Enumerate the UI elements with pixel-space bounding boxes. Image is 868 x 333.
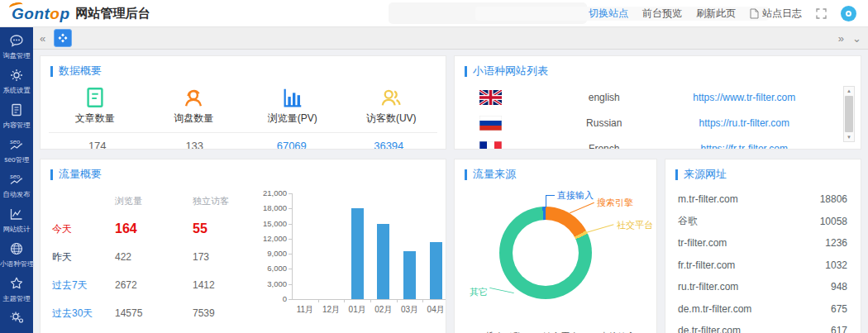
sidebar-item-system-settings[interactable]: 系统设置 (0, 68, 33, 96)
x-axis-tick (370, 299, 371, 302)
x-axis-tick (344, 299, 345, 302)
column-header-uv: 独立访客 (193, 187, 259, 215)
bar-02月 (377, 224, 389, 299)
y-axis-label: 3,000 (259, 279, 287, 288)
site-url-link[interactable]: https://www.tr-filter.com (656, 92, 832, 103)
stat-visitors: 访客数(UV) (342, 83, 441, 126)
bar-04月 (430, 242, 442, 299)
scrollbar[interactable]: ▲ ▼ (843, 86, 855, 142)
france-flag-icon (479, 141, 502, 150)
y-axis-tick (289, 254, 292, 255)
stat-value-articles: 174 (49, 140, 146, 150)
traffic-row-7days-link[interactable]: 过去7天 (52, 271, 115, 299)
sidebar-item-languages[interactable]: 小语种管理 (0, 241, 33, 269)
y-axis-tick (289, 193, 292, 194)
x-axis-tick (422, 299, 423, 302)
traffic-row-30days-link[interactable]: 过去30天 (52, 299, 115, 327)
dashboard-icon (58, 33, 68, 43)
chat-icon (9, 33, 24, 48)
y-axis-tick (289, 208, 292, 209)
sidebar-item-themes[interactable]: 主题管理 (0, 276, 33, 304)
uk-flag-icon (479, 90, 502, 105)
stat-value-pageviews: 67069 (243, 140, 341, 150)
fullscreen-icon[interactable] (816, 8, 827, 19)
logo-text: p (60, 5, 69, 22)
globe-icon (9, 241, 24, 256)
y-axis-label: 18,000 (259, 203, 287, 212)
tabs-scroll-right-button[interactable]: » (838, 33, 844, 44)
y-axis-tick (289, 299, 292, 300)
donut-ring (499, 207, 592, 299)
panel-title: 来源网址 (665, 159, 861, 185)
stat-value-visitors: 36394 (341, 140, 438, 150)
referrer-row: de.m.tr-filter.com675 (678, 298, 847, 321)
monthly-traffic-bar-chart: 03,0006,0009,00012,00015,00018,00021,000… (259, 188, 442, 327)
line-chart-icon (9, 207, 24, 221)
svg-text:seo: seo (10, 173, 20, 180)
x-axis-tick (318, 299, 319, 302)
site-url-link[interactable]: https://ru.tr-filter.com (656, 117, 832, 129)
column-header-pv: 浏览量 (115, 187, 193, 215)
stat-pageviews: 浏览量(PV) (243, 83, 342, 126)
page-title: 网站管理后台 (76, 6, 150, 21)
logo-text-accent: o (50, 5, 60, 22)
gears-icon (9, 311, 24, 323)
scroll-up-icon[interactable]: ▲ (847, 87, 851, 95)
language-site-row: Russian https://ru.tr-filter.com (479, 110, 832, 136)
traffic-row-yesterday-link[interactable]: 昨天 (52, 243, 115, 271)
sidebar-item-auto-publish[interactable]: seo 自动发布 (0, 172, 33, 200)
site-url-link[interactable]: https://fr.tr-filter.com (656, 143, 832, 150)
sidebar-item-tools[interactable] (0, 311, 33, 323)
traffic-row-today-link[interactable]: 今天 (52, 215, 115, 243)
refresh-page-link[interactable]: 刷新此页 (696, 7, 736, 21)
document-icon (9, 102, 24, 117)
scrollbar-thumb[interactable] (845, 96, 853, 132)
sidebar-item-content[interactable]: 内容管理 (0, 102, 33, 131)
tabs-scroll-left-button[interactable]: « (40, 33, 45, 44)
bar-03月 (403, 251, 416, 299)
frontend-preview-link[interactable]: 前台预览 (642, 7, 682, 21)
user-avatar[interactable] (841, 6, 856, 21)
traffic-source-donut-chart: 直接输入 搜索引擎 社交平台 其它 搜索引擎 社交平台 直接输入 (455, 185, 656, 333)
y-axis-label: 12,000 (259, 234, 287, 243)
y-axis-label: 15,000 (259, 219, 287, 228)
users-icon (379, 86, 403, 109)
publish-icon: seo (8, 172, 25, 187)
log-document-icon (750, 8, 759, 19)
seo-icon: seo (8, 137, 25, 152)
referrer-row: ru.tr-filter.com948 (678, 276, 847, 298)
panel-title: 小语种网站列表 (455, 56, 861, 82)
panel-traffic-summary: 流量概要 浏览量 独立访客 今天 164 55 昨天 (40, 159, 446, 333)
sidebar-item-seo[interactable]: seo seo管理 (0, 137, 33, 165)
language-site-row: French https://fr.tr-filter.com (479, 136, 832, 150)
traffic-pv-30days: 14575 (115, 299, 193, 327)
sidebar-item-statistics[interactable]: 网站统计 (0, 207, 33, 235)
x-axis-label: 11月 (292, 304, 318, 316)
svg-text:seo: seo (10, 138, 20, 145)
stat-value-inquiries: 133 (146, 140, 244, 150)
scroll-down-icon[interactable]: ▼ (847, 133, 851, 141)
y-axis-tick (289, 269, 292, 269)
sidebar-item-inquiry[interactable]: 询盘管理 (0, 33, 33, 61)
traffic-table: 浏览量 独立访客 今天 164 55 昨天 422 173 过去7天 2672 (52, 187, 259, 327)
tab-dashboard[interactable] (54, 29, 72, 47)
panel-title: 流量来源 (455, 159, 656, 185)
language-site-row: english https://www.tr-filter.com (479, 84, 832, 110)
y-axis-line (292, 193, 293, 300)
traffic-uv-today: 55 (193, 215, 259, 243)
y-axis-tick (289, 284, 292, 285)
switch-site-link[interactable]: 切换站点 (589, 7, 628, 21)
traffic-uv-7days: 1412 (193, 271, 259, 299)
bar-01月 (351, 208, 364, 299)
traffic-pv-7days: 2672 (115, 271, 193, 299)
article-icon (83, 86, 107, 109)
panel-title: 数据概要 (41, 56, 446, 82)
panel-referrers: 来源网址 m.tr-filter.com18806 谷歌10058 tr-fil… (665, 159, 861, 333)
x-axis-label: 12月 (318, 304, 345, 316)
referrer-row: tr-filter.com1236 (678, 232, 847, 255)
site-log-link[interactable]: 站点日志 (750, 7, 802, 21)
tabs-more-button[interactable]: ⌄ (852, 33, 861, 44)
language-name: French (552, 143, 656, 150)
x-axis-label: 03月 (397, 304, 423, 316)
x-axis-label: 01月 (344, 304, 370, 316)
